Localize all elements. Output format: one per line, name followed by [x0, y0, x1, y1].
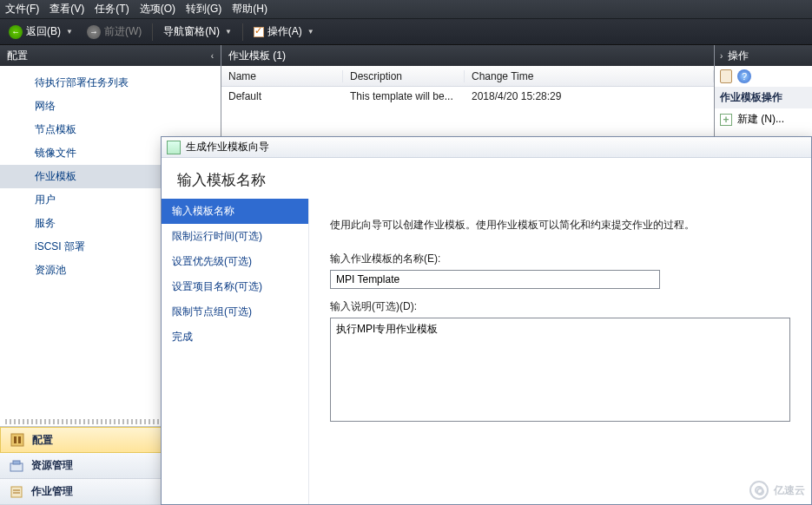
- dropdown-icon: ▼: [66, 28, 73, 36]
- toolbar-separator: [152, 23, 153, 41]
- col-desc[interactable]: Description: [343, 70, 465, 82]
- step-set-priority[interactable]: 设置优先级(可选): [162, 249, 308, 274]
- step-limit-nodegroup[interactable]: 限制节点组(可选): [162, 299, 308, 325]
- template-desc-input[interactable]: [330, 318, 790, 422]
- nav-config-label: 配置: [32, 433, 53, 448]
- step-finish[interactable]: 完成: [162, 325, 308, 350]
- job-icon: [9, 484, 24, 500]
- toolbar-separator: [242, 23, 243, 41]
- toolbar: ← 返回(B) ▼ → 前进(W) 导航窗格(N) ▼ 操作(A) ▼: [0, 19, 812, 45]
- forward-label: 前进(W): [104, 24, 142, 39]
- resource-icon: [9, 458, 24, 474]
- step-set-project[interactable]: 设置项目名称(可选): [162, 274, 308, 299]
- table-row[interactable]: Default This template will be... 2018/4/…: [221, 87, 714, 106]
- config-icon: [10, 432, 25, 448]
- col-time[interactable]: Change Time: [465, 70, 714, 82]
- job-template-panel-header: 作业模板 (1): [221, 45, 714, 66]
- cell-name: Default: [221, 90, 343, 102]
- menu-file[interactable]: 文件(F): [5, 2, 39, 16]
- wizard-steps: 输入模板名称 限制运行时间(可选) 设置优先级(可选) 设置项目名称(可选) 限…: [162, 199, 309, 504]
- wizard-intro-text: 使用此向导可以创建作业模板。使用作业模板可以简化和约束提交作业的过程。: [330, 218, 790, 233]
- wizard-icon: [167, 141, 181, 154]
- clipboard-icon[interactable]: [720, 69, 732, 83]
- svg-rect-1: [14, 436, 17, 443]
- tree-pending-deploy[interactable]: 待执行部署任务列表: [0, 71, 221, 95]
- nav-resource-label: 资源管理: [31, 458, 73, 473]
- help-icon[interactable]: ?: [737, 69, 751, 83]
- step-limit-runtime[interactable]: 限制运行时间(可选): [162, 224, 308, 249]
- back-label: 返回(B): [26, 24, 61, 39]
- template-name-label: 输入作业模板的名称(E):: [330, 252, 790, 266]
- navpane-label: 导航窗格(N): [163, 24, 220, 39]
- grid-header: Name Description Change Time: [221, 66, 714, 87]
- actions-button[interactable]: 操作(A) ▼: [248, 23, 320, 41]
- action-new[interactable]: + 新建 (N)...: [715, 108, 812, 130]
- wizard-title: 生成作业模板向导: [186, 140, 269, 154]
- nav-job-label: 作业管理: [31, 484, 73, 499]
- cell-desc: This template will be...: [343, 90, 465, 102]
- chevron-right-icon[interactable]: ›: [720, 51, 723, 61]
- forward-arrow-icon: →: [87, 25, 101, 39]
- svg-rect-2: [18, 436, 21, 443]
- svg-rect-5: [11, 487, 22, 497]
- menu-bar: 文件(F) 查看(V) 任务(T) 选项(O) 转到(G) 帮助(H): [0, 0, 812, 19]
- back-arrow-icon: ←: [9, 25, 23, 39]
- dropdown-icon: ▼: [225, 28, 232, 36]
- action-new-label: 新建 (N)...: [737, 112, 784, 127]
- navpane-button[interactable]: 导航窗格(N) ▼: [158, 23, 237, 41]
- menu-options[interactable]: 选项(O): [140, 2, 175, 16]
- back-button[interactable]: ← 返回(B) ▼: [3, 23, 78, 41]
- menu-view[interactable]: 查看(V): [50, 2, 84, 16]
- forward-button: → 前进(W): [82, 23, 147, 41]
- col-name[interactable]: Name: [221, 70, 343, 82]
- dropdown-icon: ▼: [307, 28, 314, 36]
- wizard-heading: 输入模板名称: [162, 158, 811, 199]
- plus-icon: +: [720, 114, 732, 126]
- job-template-panel-title: 作业模板 (1): [228, 49, 286, 63]
- config-panel-title: 配置: [7, 49, 28, 63]
- cell-time: 2018/4/20 15:28:29: [465, 90, 714, 102]
- tree-network[interactable]: 网络: [0, 95, 221, 118]
- menu-tasks[interactable]: 任务(T): [95, 2, 129, 16]
- actions-toolbar: ?: [715, 66, 812, 87]
- template-name-input[interactable]: [330, 270, 660, 289]
- create-job-template-wizard: 生成作业模板向导 输入模板名称 输入模板名称 限制运行时间(可选) 设置优先级(…: [161, 136, 812, 505]
- actions-panel-header: › 操作: [715, 45, 812, 66]
- menu-help[interactable]: 帮助(H): [232, 2, 267, 16]
- chevron-left-icon[interactable]: ‹: [211, 51, 214, 61]
- check-icon: [254, 27, 264, 37]
- actions-section-title: 作业模板操作: [715, 87, 812, 108]
- actions-label: 操作(A): [267, 24, 302, 39]
- menu-goto[interactable]: 转到(G): [186, 2, 221, 16]
- wizard-titlebar[interactable]: 生成作业模板向导: [162, 137, 811, 158]
- svg-rect-4: [13, 461, 20, 464]
- config-panel-header: 配置 ‹: [0, 45, 221, 66]
- wizard-form: 使用此向导可以创建作业模板。使用作业模板可以简化和约束提交作业的过程。 输入作业…: [309, 199, 811, 504]
- svg-rect-0: [11, 434, 23, 446]
- actions-panel-title: 操作: [728, 49, 749, 63]
- template-desc-label: 输入说明(可选)(D):: [330, 299, 790, 314]
- step-enter-name[interactable]: 输入模板名称: [162, 199, 308, 224]
